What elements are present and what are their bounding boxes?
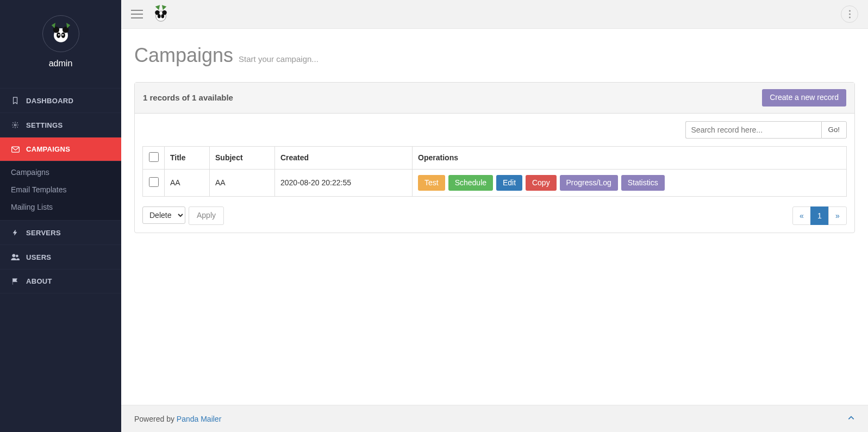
- profile-block: admin: [0, 0, 121, 78]
- bulk-action-select[interactable]: Delete: [142, 206, 185, 224]
- op-progress-button[interactable]: Progress/Log: [560, 175, 618, 191]
- nav-label: CAMPAIGNS: [26, 145, 70, 153]
- brand-logo[interactable]: [153, 4, 169, 24]
- scroll-top-button[interactable]: [847, 414, 855, 423]
- row-checkbox[interactable]: [149, 177, 159, 187]
- sidebar-item-servers[interactable]: SERVERS: [0, 220, 121, 245]
- svg-point-7: [14, 124, 16, 126]
- row-checkbox-cell: [143, 169, 165, 197]
- nav-label: ABOUT: [26, 277, 52, 285]
- svg-point-17: [848, 13, 850, 15]
- chevron-up-icon: [847, 414, 855, 422]
- topbar: [121, 0, 868, 29]
- col-title: Title: [165, 146, 210, 169]
- op-statistics-button[interactable]: Statistics: [621, 175, 665, 191]
- sidebar-nav-lower: SERVERS USERS ABOUT: [0, 220, 121, 293]
- header-checkbox-cell: [143, 146, 165, 169]
- bookmark-icon: [11, 97, 20, 104]
- username: admin: [0, 59, 121, 68]
- page: Campaigns Start your campaign... 1 recor…: [121, 29, 868, 405]
- table-row: AA AA 2020-08-20 20:22:55 Test Schedule …: [143, 169, 847, 197]
- svg-point-6: [62, 34, 64, 36]
- panel: 1 records of 1 available Create a new re…: [134, 82, 855, 233]
- op-schedule-button[interactable]: Schedule: [448, 175, 493, 191]
- sidebar: admin DASHBOARD SETTINGS CAMPAIGNS: [0, 0, 121, 432]
- search-bar: Go!: [142, 121, 847, 139]
- bulk-action: Delete Apply: [142, 206, 224, 225]
- avatar: [42, 15, 79, 52]
- nav-label: DASHBOARD: [26, 97, 73, 105]
- content-wrapper: Campaigns Start your campaign... 1 recor…: [121, 0, 868, 432]
- nav-label: USERS: [26, 253, 51, 261]
- op-edit-button[interactable]: Edit: [496, 175, 522, 191]
- panel-footer-row: Delete Apply « 1 »: [142, 206, 847, 225]
- col-created: Created: [274, 146, 412, 169]
- page-subtitle: Start your campaign...: [239, 54, 319, 64]
- subnav-email-templates[interactable]: Email Templates: [0, 181, 121, 198]
- records-text: 1 records of 1 available: [143, 93, 233, 102]
- svg-point-18: [848, 16, 850, 18]
- nav-label: SERVERS: [26, 229, 61, 237]
- subnav-mailing-lists[interactable]: Mailing Lists: [0, 198, 121, 216]
- page-title: Campaigns: [134, 44, 233, 67]
- page-prev[interactable]: «: [792, 206, 811, 225]
- sidebar-item-about[interactable]: ABOUT: [0, 269, 121, 293]
- op-test-button[interactable]: Test: [418, 175, 445, 191]
- footer-text: Powered by Panda Mailer: [134, 415, 221, 423]
- sidebar-nav: DASHBOARD SETTINGS CAMPAIGNS: [0, 88, 121, 161]
- panel-body: Go! Title Subject Created Operat: [135, 114, 854, 233]
- svg-point-9: [13, 254, 15, 257]
- panel-heading: 1 records of 1 available Create a new re…: [135, 83, 854, 114]
- sidebar-item-campaigns[interactable]: CAMPAIGNS: [0, 137, 121, 161]
- cell-subject: AA: [210, 169, 275, 197]
- footer: Powered by Panda Mailer: [121, 405, 868, 432]
- page-next[interactable]: »: [828, 206, 847, 225]
- powered-by: Powered by: [134, 415, 177, 423]
- sidebar-item-users[interactable]: USERS: [0, 245, 121, 269]
- nav-label: SETTINGS: [26, 121, 63, 129]
- envelope-icon: [11, 146, 20, 153]
- apply-button[interactable]: Apply: [189, 206, 224, 225]
- op-copy-button[interactable]: Copy: [526, 175, 557, 191]
- gear-icon: [11, 121, 20, 129]
- hamburger-button[interactable]: [131, 10, 143, 18]
- svg-point-16: [848, 10, 850, 11]
- svg-point-5: [58, 34, 59, 36]
- subnav-campaigns[interactable]: Campaigns: [0, 164, 121, 181]
- cell-operations: Test Schedule Edit Copy Progress/Log Sta…: [413, 169, 847, 197]
- select-all-checkbox[interactable]: [149, 152, 159, 162]
- page-1[interactable]: 1: [810, 206, 829, 225]
- flag-icon: [11, 278, 20, 285]
- sidebar-item-dashboard[interactable]: DASHBOARD: [0, 88, 121, 112]
- users-icon: [11, 253, 20, 261]
- svg-point-15: [161, 14, 164, 18]
- svg-point-10: [16, 255, 18, 257]
- search-input[interactable]: [685, 121, 821, 139]
- col-operations: Operations: [413, 146, 847, 169]
- sidebar-item-settings[interactable]: SETTINGS: [0, 112, 121, 137]
- svg-point-14: [158, 14, 161, 18]
- more-button[interactable]: [841, 5, 858, 23]
- page-title-wrap: Campaigns Start your campaign...: [134, 44, 855, 67]
- footer-brand-link[interactable]: Panda Mailer: [177, 415, 222, 423]
- col-subject: Subject: [210, 146, 275, 169]
- campaigns-subnav: Campaigns Email Templates Mailing Lists: [0, 161, 121, 220]
- create-record-button[interactable]: Create a new record: [762, 89, 846, 107]
- pagination: « 1 »: [793, 206, 847, 225]
- campaigns-table: Title Subject Created Operations: [142, 146, 847, 197]
- cell-title: AA: [165, 169, 210, 197]
- panda-icon: [48, 21, 73, 46]
- cell-created: 2020-08-20 20:22:55: [274, 169, 412, 197]
- kebab-icon: [848, 10, 851, 18]
- search-go-button[interactable]: Go!: [821, 121, 847, 139]
- svg-rect-8: [11, 147, 19, 152]
- bolt-icon: [11, 229, 20, 236]
